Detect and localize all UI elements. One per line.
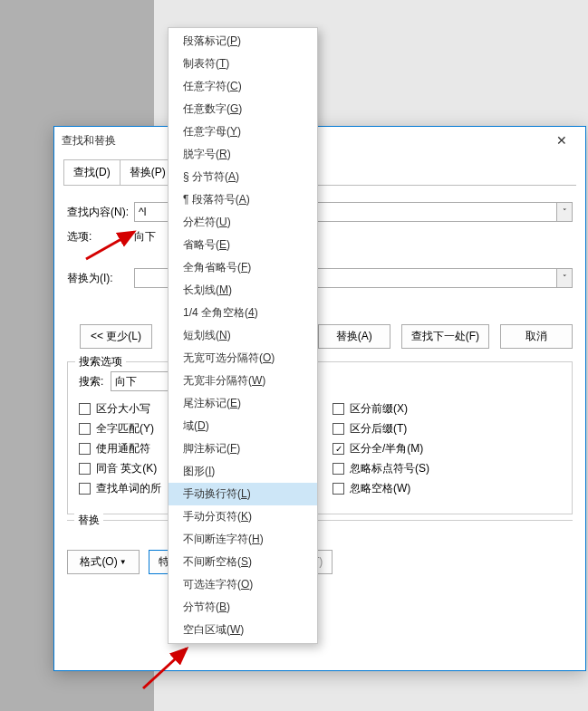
- checkbox-icon: [333, 443, 344, 455]
- checkbox-label: 查找单词的所: [96, 481, 161, 496]
- find-dropdown-icon[interactable]: ˅: [556, 203, 572, 221]
- replace-dropdown-icon[interactable]: ˅: [556, 269, 572, 287]
- menu-item[interactable]: 脱字号(R): [169, 143, 317, 166]
- menu-item[interactable]: 任意数字(G): [169, 98, 317, 120]
- checkbox-icon: [79, 423, 91, 435]
- checkbox-icon: [333, 403, 344, 415]
- menu-item[interactable]: 脚注标记(F): [169, 437, 317, 460]
- search-direction-label: 搜索:: [79, 374, 103, 389]
- menu-item[interactable]: 无宽非分隔符(W): [169, 370, 317, 392]
- menu-item[interactable]: 全角省略号(F): [169, 256, 317, 279]
- tab-strip: 查找(D) 替换(P): [54, 154, 585, 185]
- menu-item[interactable]: 任意字母(Y): [169, 120, 317, 143]
- menu-item[interactable]: 任意字符(C): [169, 75, 317, 98]
- menu-item[interactable]: 短划线(N): [169, 324, 317, 347]
- options-value: 向下: [134, 229, 156, 245]
- find-next-button[interactable]: 查找下一处(F): [401, 324, 489, 349]
- checkbox-label: 忽略标点符号(S): [350, 461, 429, 476]
- less-button[interactable]: << 更少(L): [80, 324, 152, 349]
- checkbox-label: 区分全/半角(M): [350, 441, 423, 456]
- checkbox-row[interactable]: 区分全/半角(M): [333, 441, 561, 456]
- menu-item[interactable]: § 分节符(A): [169, 166, 317, 188]
- checkbox-label: 同音 英文(K): [96, 461, 157, 476]
- menu-item[interactable]: 长划线(M): [169, 279, 317, 302]
- replace-label: 替换为(I):: [67, 271, 134, 286]
- options-label: 选项:: [67, 229, 134, 245]
- checkbox-icon: [333, 423, 344, 435]
- checkbox-icon: [79, 403, 91, 415]
- menu-item[interactable]: 无宽可选分隔符(O): [169, 347, 317, 370]
- checkbox-label: 区分后缀(T): [350, 421, 407, 437]
- checkbox-row[interactable]: 区分前缀(X): [333, 401, 561, 417]
- checkbox-row[interactable]: 忽略空格(W): [333, 481, 561, 496]
- checkbox-icon: [79, 483, 91, 495]
- checkbox-label: 区分大小写: [96, 401, 150, 417]
- checkbox-label: 区分前缀(X): [350, 401, 408, 417]
- menu-item[interactable]: 分节符(B): [169, 596, 317, 619]
- checkbox-row[interactable]: 忽略标点符号(S): [333, 461, 561, 476]
- format-button[interactable]: 格式(O)▼: [67, 550, 140, 574]
- menu-item[interactable]: 段落标记(P): [169, 30, 317, 53]
- search-options-group: 搜索选项 搜索: 向下 ˅ 区分大小写全字匹配(Y)使用通配符同音 英文(K)查…: [67, 361, 573, 514]
- search-options-legend: 搜索选项: [75, 354, 126, 370]
- tab-find[interactable]: 查找(D): [63, 159, 120, 185]
- menu-item[interactable]: 图形(I): [169, 460, 317, 483]
- replace-format-group: 替换: [67, 520, 573, 528]
- menu-item[interactable]: 不间断空格(S): [169, 551, 317, 573]
- menu-item[interactable]: 制表符(T): [169, 53, 317, 75]
- cancel-button[interactable]: 取消: [500, 324, 573, 349]
- menu-item[interactable]: 空白区域(W): [169, 619, 317, 641]
- replace-all-button[interactable]: 替换(A): [318, 324, 390, 349]
- menu-item[interactable]: 尾注标记(E): [169, 392, 317, 415]
- dialog-title: 查找和替换: [62, 133, 116, 149]
- menu-item[interactable]: 手动分页符(K): [169, 505, 317, 528]
- menu-item[interactable]: 可选连字符(O): [169, 573, 317, 596]
- special-format-menu: 段落标记(P)制表符(T)任意字符(C)任意数字(G)任意字母(Y)脱字号(R)…: [168, 27, 318, 644]
- find-replace-dialog: 查找和替换 ✕ 查找(D) 替换(P) 查找内容(N): ˅ 选项: 向下 替换…: [53, 126, 586, 671]
- chevron-down-icon: ▼: [120, 558, 127, 566]
- checkbox-icon: [79, 443, 91, 455]
- menu-item[interactable]: 手动换行符(L): [169, 483, 317, 505]
- checkbox-label: 全字匹配(Y): [96, 421, 154, 437]
- menu-item[interactable]: 不间断连字符(H): [169, 528, 317, 551]
- checkbox-icon: [333, 483, 344, 495]
- menu-item[interactable]: 分栏符(U): [169, 211, 317, 234]
- menu-item[interactable]: 省略号(E): [169, 234, 317, 256]
- titlebar[interactable]: 查找和替换 ✕: [54, 127, 585, 154]
- menu-item[interactable]: ¶ 段落符号(A): [169, 188, 317, 211]
- replace-legend: 替换: [74, 513, 103, 528]
- checkbox-label: 使用通配符: [96, 441, 150, 456]
- close-button[interactable]: ✕: [545, 128, 578, 153]
- menu-item[interactable]: 1/4 全角空格(4): [169, 302, 317, 324]
- checkbox-row[interactable]: 区分后缀(T): [333, 421, 561, 437]
- find-label: 查找内容(N):: [67, 205, 134, 220]
- checkbox-icon: [79, 463, 91, 475]
- menu-item[interactable]: 域(D): [169, 415, 317, 437]
- checkbox-icon: [333, 463, 344, 475]
- search-direction-value: 向下: [115, 374, 137, 389]
- checkbox-label: 忽略空格(W): [350, 481, 410, 496]
